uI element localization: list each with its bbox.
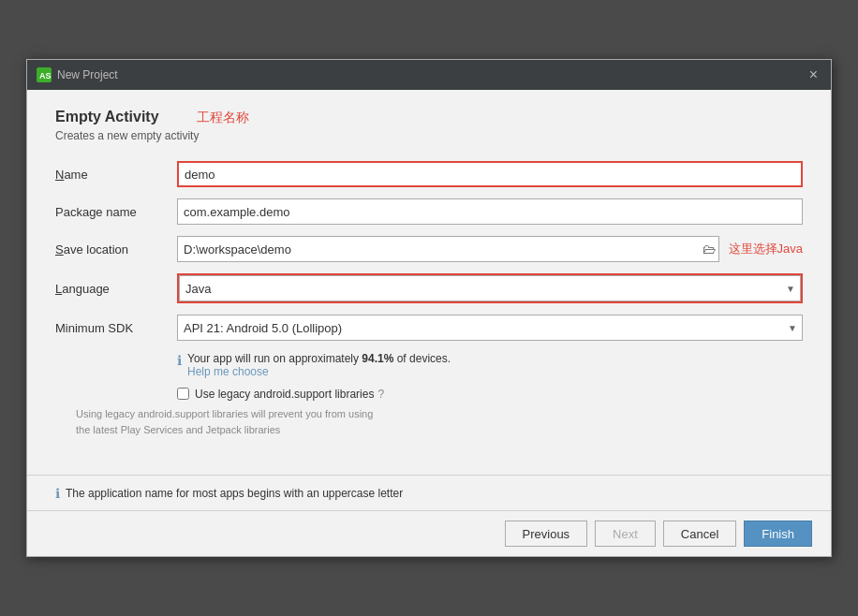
device-info-text: Your app will run on approximately 94.1%… [187,352,451,378]
language-select-wrapper: Java Kotlin ▼ [177,273,803,303]
cancel-button[interactable]: Cancel [663,521,736,547]
info-prefix: Your app will run on approximately [187,352,362,365]
finish-button[interactable]: Finish [744,521,812,547]
language-row: Language Java Kotlin ▼ [55,273,803,303]
checkbox-label-text: Use legacy android.support libraries [195,388,374,401]
bottom-info-icon: ℹ [55,486,60,501]
previous-button[interactable]: Previous [505,521,588,547]
bottom-info-bar: ℹ The application name for most apps beg… [27,475,831,510]
min-sdk-select[interactable]: API 21: Android 5.0 (Lollipop) API 22: A… [177,315,803,341]
dialog-title: New Project [57,68,118,81]
info-percent: 94.1% [362,352,393,365]
section-header-row: Empty Activity 工程名称 [55,109,803,129]
legacy-libraries-checkbox[interactable] [177,388,189,400]
package-label: Package name [55,205,177,219]
info-icon: ℹ [177,353,182,368]
min-sdk-label: Minimum SDK [55,321,177,335]
title-bar-left: AS New Project [37,67,118,82]
device-info-row: ℹ Your app will run on approximately 94.… [177,352,803,378]
name-row: Name [55,161,803,187]
min-sdk-select-wrapper: API 21: Android 5.0 (Lollipop) API 22: A… [177,315,803,341]
dialog-content: Empty Activity 工程名称 Creates a new empty … [27,90,831,475]
package-input[interactable] [177,198,803,225]
min-sdk-row: Minimum SDK API 21: Android 5.0 (Lollipo… [55,315,803,341]
checkbox-description: Using legacy android.support libraries w… [76,406,803,437]
save-location-input[interactable] [177,236,719,262]
dialog-footer: Previous Next Cancel Finish [27,510,831,556]
new-project-dialog: AS New Project × Empty Activity 工程名称 Cre… [26,59,832,557]
info-suffix: of devices. [393,352,451,365]
name-input[interactable] [177,161,803,187]
save-location-input-wrapper: 🗁 [177,236,719,262]
subtitle: Creates a new empty activity [55,129,803,142]
section-title: Empty Activity [55,109,159,125]
title-bar: AS New Project × [27,60,831,90]
annotation-project-name: 工程名称 [197,110,249,126]
close-button[interactable]: × [806,66,821,84]
bottom-info-text: The application name for most apps begin… [66,487,403,500]
annotation-select-java: 这里选择Java [729,241,803,257]
checkbox-desc-line2: the latest Play Services and Jetpack lib… [76,424,280,435]
legacy-libraries-label: Use legacy android.support libraries ? [195,388,384,401]
help-me-choose-link[interactable]: Help me choose [187,365,269,378]
checkbox-row: Use legacy android.support libraries ? [177,388,803,401]
checkbox-desc-line1: Using legacy android.support libraries w… [76,408,373,419]
save-location-label: Save location [55,242,177,257]
name-label: Name [55,168,177,182]
spacer [55,437,803,456]
save-location-row: Save location 🗁 这里选择Java [55,236,803,262]
checkbox-help-icon[interactable]: ? [377,388,384,401]
folder-icon[interactable]: 🗁 [703,242,716,257]
language-label: Language [55,282,177,296]
language-select[interactable]: Java Kotlin [179,275,801,301]
package-name-row: Package name [55,198,803,225]
android-studio-icon: AS [37,67,52,82]
svg-text:AS: AS [39,71,52,81]
next-button[interactable]: Next [595,521,656,547]
